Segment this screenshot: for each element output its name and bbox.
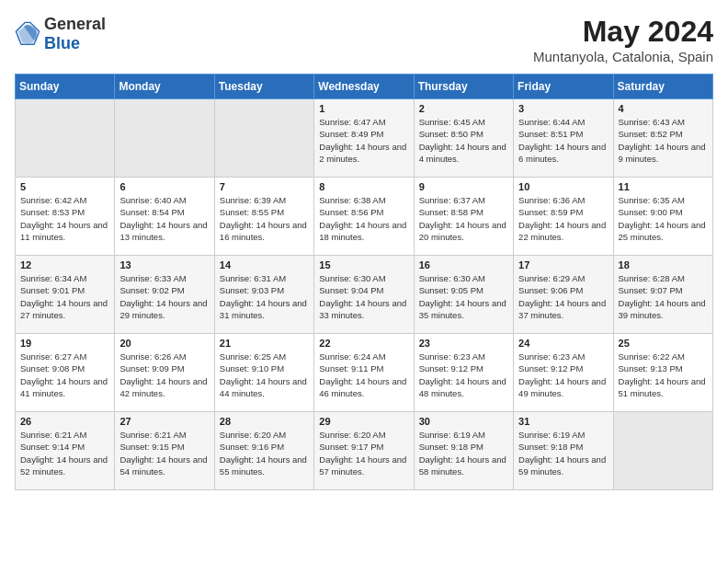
calendar-cell: 27Sunrise: 6:21 AMSunset: 9:15 PMDayligh…	[115, 412, 214, 490]
day-info: Sunrise: 6:21 AMSunset: 9:14 PMDaylight:…	[20, 429, 109, 477]
day-number: 11	[619, 181, 708, 192]
calendar-table: SundayMondayTuesdayWednesdayThursdayFrid…	[15, 74, 713, 490]
calendar-week-row: 26Sunrise: 6:21 AMSunset: 9:14 PMDayligh…	[16, 412, 713, 490]
day-number: 31	[518, 416, 608, 427]
day-number: 5	[20, 181, 109, 192]
day-info: Sunrise: 6:44 AMSunset: 8:51 PMDaylight:…	[518, 116, 608, 165]
calendar-cell: 16Sunrise: 6:30 AMSunset: 9:05 PMDayligh…	[414, 256, 513, 334]
day-number: 18	[619, 259, 708, 270]
calendar-cell: 2Sunrise: 6:45 AMSunset: 8:50 PMDaylight…	[414, 99, 513, 178]
calendar-cell: 4Sunrise: 6:43 AMSunset: 8:52 PMDaylight…	[613, 99, 712, 178]
calendar-cell: 10Sunrise: 6:36 AMSunset: 8:59 PMDayligh…	[514, 178, 613, 256]
calendar-cell	[613, 412, 712, 490]
day-info: Sunrise: 6:31 AMSunset: 9:03 PMDaylight:…	[220, 272, 309, 321]
calendar-cell: 12Sunrise: 6:34 AMSunset: 9:01 PMDayligh…	[16, 256, 115, 334]
weekday-header: Saturday	[613, 75, 712, 99]
day-number: 2	[419, 103, 508, 114]
calendar-cell: 30Sunrise: 6:19 AMSunset: 9:18 PMDayligh…	[414, 412, 513, 490]
day-number: 20	[119, 338, 209, 349]
day-info: Sunrise: 6:34 AMSunset: 9:01 PMDaylight:…	[20, 272, 109, 321]
day-number: 13	[119, 259, 209, 270]
day-number: 14	[220, 259, 309, 270]
day-info: Sunrise: 6:26 AMSunset: 9:09 PMDaylight:…	[119, 350, 209, 399]
day-number: 8	[319, 181, 408, 192]
calendar-cell: 7Sunrise: 6:39 AMSunset: 8:55 PMDaylight…	[214, 178, 313, 256]
calendar-cell: 21Sunrise: 6:25 AMSunset: 9:10 PMDayligh…	[214, 334, 313, 412]
weekday-header: Sunday	[16, 75, 115, 99]
calendar-cell: 1Sunrise: 6:47 AMSunset: 8:49 PMDaylight…	[314, 99, 414, 178]
weekday-header: Wednesday	[314, 75, 414, 99]
calendar-cell: 25Sunrise: 6:22 AMSunset: 9:13 PMDayligh…	[613, 334, 712, 412]
day-info: Sunrise: 6:23 AMSunset: 9:12 PMDaylight:…	[518, 350, 608, 399]
day-number: 30	[419, 416, 508, 427]
day-number: 24	[518, 338, 608, 349]
day-info: Sunrise: 6:21 AMSunset: 9:15 PMDaylight:…	[119, 429, 209, 477]
calendar-cell: 23Sunrise: 6:23 AMSunset: 9:12 PMDayligh…	[414, 334, 513, 412]
weekday-header: Monday	[115, 75, 214, 99]
day-info: Sunrise: 6:43 AMSunset: 8:52 PMDaylight:…	[619, 116, 708, 165]
location-title: Muntanyola, Catalonia, Spain	[533, 49, 713, 64]
page-header: General Blue May 2024 Muntanyola, Catalo…	[15, 15, 713, 64]
calendar-cell: 11Sunrise: 6:35 AMSunset: 9:00 PMDayligh…	[613, 178, 712, 256]
calendar-cell	[115, 99, 214, 178]
calendar-cell: 28Sunrise: 6:20 AMSunset: 9:16 PMDayligh…	[214, 412, 313, 490]
day-info: Sunrise: 6:24 AMSunset: 9:11 PMDaylight:…	[319, 350, 408, 399]
logo-general: General	[44, 15, 106, 33]
day-number: 29	[319, 416, 408, 427]
calendar-cell: 18Sunrise: 6:28 AMSunset: 9:07 PMDayligh…	[613, 256, 712, 334]
calendar-cell: 6Sunrise: 6:40 AMSunset: 8:54 PMDaylight…	[115, 178, 214, 256]
day-number: 16	[419, 259, 508, 270]
calendar-cell: 3Sunrise: 6:44 AMSunset: 8:51 PMDaylight…	[514, 99, 613, 178]
calendar-week-row: 1Sunrise: 6:47 AMSunset: 8:49 PMDaylight…	[16, 99, 713, 178]
calendar-cell: 5Sunrise: 6:42 AMSunset: 8:53 PMDaylight…	[16, 178, 115, 256]
logo-text: General Blue	[44, 15, 106, 53]
day-number: 7	[220, 181, 309, 192]
day-number: 9	[419, 181, 508, 192]
weekday-header: Friday	[514, 75, 613, 99]
calendar-cell: 13Sunrise: 6:33 AMSunset: 9:02 PMDayligh…	[115, 256, 214, 334]
weekday-header: Tuesday	[214, 75, 313, 99]
day-info: Sunrise: 6:30 AMSunset: 9:05 PMDaylight:…	[419, 272, 508, 321]
calendar-cell: 9Sunrise: 6:37 AMSunset: 8:58 PMDaylight…	[414, 178, 513, 256]
calendar-cell: 14Sunrise: 6:31 AMSunset: 9:03 PMDayligh…	[214, 256, 313, 334]
day-info: Sunrise: 6:29 AMSunset: 9:06 PMDaylight:…	[518, 272, 608, 321]
day-info: Sunrise: 6:22 AMSunset: 9:13 PMDaylight:…	[619, 350, 708, 399]
day-info: Sunrise: 6:35 AMSunset: 9:00 PMDaylight:…	[619, 194, 708, 243]
day-info: Sunrise: 6:38 AMSunset: 8:56 PMDaylight:…	[319, 194, 408, 243]
day-number: 22	[319, 338, 408, 349]
day-info: Sunrise: 6:27 AMSunset: 9:08 PMDaylight:…	[20, 350, 109, 399]
day-number: 12	[20, 259, 109, 270]
calendar-cell: 20Sunrise: 6:26 AMSunset: 9:09 PMDayligh…	[115, 334, 214, 412]
calendar-cell: 29Sunrise: 6:20 AMSunset: 9:17 PMDayligh…	[314, 412, 414, 490]
day-info: Sunrise: 6:42 AMSunset: 8:53 PMDaylight:…	[20, 194, 109, 243]
day-info: Sunrise: 6:30 AMSunset: 9:04 PMDaylight:…	[319, 272, 408, 321]
day-number: 3	[518, 103, 608, 114]
logo: General Blue	[15, 15, 106, 53]
calendar-cell: 31Sunrise: 6:19 AMSunset: 9:18 PMDayligh…	[514, 412, 613, 490]
day-number: 17	[518, 259, 608, 270]
calendar-week-row: 12Sunrise: 6:34 AMSunset: 9:01 PMDayligh…	[16, 256, 713, 334]
calendar-header-row: SundayMondayTuesdayWednesdayThursdayFrid…	[16, 75, 713, 99]
day-info: Sunrise: 6:20 AMSunset: 9:16 PMDaylight:…	[220, 429, 309, 477]
calendar-cell: 15Sunrise: 6:30 AMSunset: 9:04 PMDayligh…	[314, 256, 414, 334]
day-info: Sunrise: 6:28 AMSunset: 9:07 PMDaylight:…	[619, 272, 708, 321]
calendar-week-row: 19Sunrise: 6:27 AMSunset: 9:08 PMDayligh…	[16, 334, 713, 412]
calendar-cell: 8Sunrise: 6:38 AMSunset: 8:56 PMDaylight…	[314, 178, 414, 256]
day-info: Sunrise: 6:25 AMSunset: 9:10 PMDaylight:…	[220, 350, 309, 399]
day-info: Sunrise: 6:47 AMSunset: 8:49 PMDaylight:…	[319, 116, 408, 165]
day-number: 19	[20, 338, 109, 349]
month-title: May 2024	[533, 15, 713, 49]
day-number: 25	[619, 338, 708, 349]
day-info: Sunrise: 6:19 AMSunset: 9:18 PMDaylight:…	[518, 429, 608, 477]
calendar-cell: 26Sunrise: 6:21 AMSunset: 9:14 PMDayligh…	[16, 412, 115, 490]
title-block: May 2024 Muntanyola, Catalonia, Spain	[533, 15, 713, 64]
day-info: Sunrise: 6:37 AMSunset: 8:58 PMDaylight:…	[419, 194, 508, 243]
day-number: 6	[119, 181, 209, 192]
day-number: 10	[518, 181, 608, 192]
day-info: Sunrise: 6:23 AMSunset: 9:12 PMDaylight:…	[419, 350, 508, 399]
calendar-cell: 22Sunrise: 6:24 AMSunset: 9:11 PMDayligh…	[314, 334, 414, 412]
day-number: 4	[619, 103, 708, 114]
day-info: Sunrise: 6:19 AMSunset: 9:18 PMDaylight:…	[419, 429, 508, 477]
day-number: 15	[319, 259, 408, 270]
calendar-cell: 19Sunrise: 6:27 AMSunset: 9:08 PMDayligh…	[16, 334, 115, 412]
